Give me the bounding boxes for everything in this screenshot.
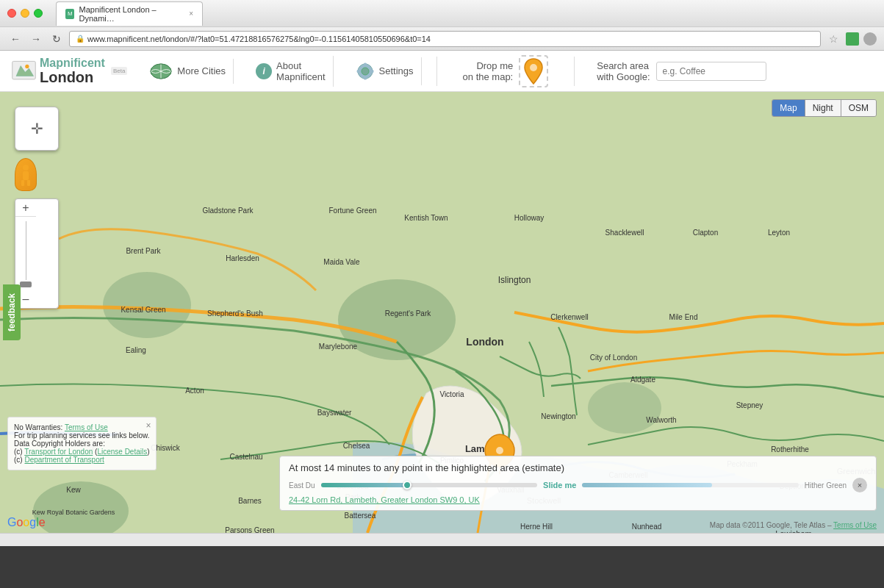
svg-text:Maida Vale: Maida Vale xyxy=(323,258,360,266)
svg-point-7 xyxy=(363,62,367,66)
warning-line-1: No Warranties: Terms of Use xyxy=(14,423,150,431)
license-details-link[interactable]: License Details xyxy=(97,448,147,456)
settings-label: Settings xyxy=(379,65,414,76)
drop-me-label: Drop me on the map: xyxy=(463,60,514,82)
warnings-close-button[interactable]: × xyxy=(146,420,151,431)
svg-text:Clapton: Clapton xyxy=(693,229,718,237)
map-pin-drop[interactable] xyxy=(519,55,548,87)
slider-label-left: East Du xyxy=(289,481,315,490)
svg-text:City of London: City of London xyxy=(590,354,638,362)
attribution-link[interactable]: Terms of Use xyxy=(833,521,877,529)
url-text: www.mapnificent.net/london/#/?lat0=51.47… xyxy=(87,35,431,43)
g-blue: G xyxy=(7,516,16,528)
browser-toolbar: ← → ↻ 🔒 www.mapnificent.net/london/#/?la… xyxy=(0,26,884,50)
browser-tab[interactable]: M Mapnificent London – Dynami… × xyxy=(56,1,203,26)
address-bar[interactable]: 🔒 www.mapnificent.net/london/#/?lat0=51.… xyxy=(69,31,821,47)
tab-favicon: M xyxy=(65,9,74,19)
settings-nav[interactable]: Settings xyxy=(348,57,422,85)
svg-text:Rotherhithe: Rotherhithe xyxy=(771,445,809,453)
time-slider-fill xyxy=(321,483,408,487)
map-type-buttons: Map Night OSM xyxy=(772,99,877,117)
info-icon: i xyxy=(256,63,272,79)
street-view-person[interactable] xyxy=(15,158,37,191)
svg-point-76 xyxy=(23,165,29,171)
time-slider[interactable] xyxy=(321,483,537,487)
warning-line-4: (c) Transport for London (License Detail… xyxy=(14,448,150,456)
svg-text:Kew: Kew xyxy=(66,486,81,494)
header-divider-2 xyxy=(574,57,575,86)
svg-point-14 xyxy=(103,272,191,338)
profile-icon[interactable] xyxy=(863,32,877,46)
address-text[interactable]: 24-42 Lorn Rd, Lambeth, Greater London S… xyxy=(289,495,867,504)
dept-transport-link[interactable]: Department of Transport xyxy=(24,456,104,464)
time-slider-handle[interactable] xyxy=(403,481,412,490)
zoom-thumb[interactable] xyxy=(20,282,32,287)
svg-text:Bayswater: Bayswater xyxy=(317,409,352,417)
time-slider-row: East Du Slide me Hither Green × xyxy=(289,478,867,492)
search-area-input[interactable] xyxy=(656,62,766,81)
svg-text:Kew Royal Botanic Gardens: Kew Royal Botanic Gardens xyxy=(32,509,115,516)
time-info-text: At most 14 minutes to any point in the h… xyxy=(289,462,867,473)
browser-chrome: M Mapnificent London – Dynami… × ← → ↻ 🔒… xyxy=(0,0,884,51)
back-button[interactable]: ← xyxy=(7,31,24,47)
close-window-button[interactable] xyxy=(7,9,16,18)
about-nav[interactable]: i About Mapnificent xyxy=(248,56,333,87)
minimize-window-button[interactable] xyxy=(21,9,29,18)
zoom-slider[interactable] xyxy=(15,217,36,290)
drop-me-section: Drop me on the map: xyxy=(452,55,560,87)
browser-tabs: M Mapnificent London – Dynami… × xyxy=(56,1,877,26)
tfl-link[interactable]: Transport for London xyxy=(24,448,93,456)
svg-point-6 xyxy=(362,68,369,75)
zoom-control: + – xyxy=(15,198,59,309)
svg-point-15 xyxy=(588,382,661,434)
map-type-osm-button[interactable]: OSM xyxy=(841,100,876,116)
svg-text:Stepney: Stepney xyxy=(736,401,763,409)
more-cities-nav[interactable]: More Cities xyxy=(142,59,234,84)
svg-text:Holloway: Holloway xyxy=(514,214,545,222)
map-attribution: Map data ©2011 Google, Tele Atlas – Term… xyxy=(710,521,877,529)
zoom-in-button[interactable]: + xyxy=(15,199,36,217)
map-type-night-button[interactable]: Night xyxy=(805,100,841,116)
zoom-track xyxy=(26,221,26,280)
svg-point-11 xyxy=(530,64,537,71)
logo-area: Mapnificent London Beta xyxy=(11,57,127,86)
refresh-button[interactable]: ↻ xyxy=(48,31,65,47)
forward-button[interactable]: → xyxy=(28,31,44,47)
app-header: Mapnificent London Beta More Cities i Ab… xyxy=(0,51,884,92)
nav-arrows-icon: ✛ xyxy=(31,120,43,137)
svg-text:Acton: Acton xyxy=(185,387,204,395)
extension-icon[interactable] xyxy=(846,32,859,46)
svg-text:Battersea: Battersea xyxy=(345,512,376,520)
logo-beta: Beta xyxy=(111,67,127,75)
svg-text:Shepherd's Bush: Shepherd's Bush xyxy=(207,309,263,318)
svg-text:Walworth: Walworth xyxy=(646,416,676,424)
browser-dots xyxy=(7,9,43,18)
terms-of-use-link[interactable]: Terms of Use xyxy=(65,423,108,431)
search-area-label: Search area with Google: xyxy=(597,60,650,82)
time-info-box: At most 14 minutes to any point in the h… xyxy=(279,456,877,511)
time-slider-2[interactable] xyxy=(582,483,798,487)
bookmark-button[interactable]: ☆ xyxy=(825,31,841,47)
svg-text:Harlesden: Harlesden xyxy=(226,254,259,262)
warning-line-2: For trip planning services see links bel… xyxy=(14,431,150,440)
map-type-map-button[interactable]: Map xyxy=(772,100,805,116)
maximize-window-button[interactable] xyxy=(34,9,43,18)
svg-rect-77 xyxy=(23,171,29,180)
google-logo: Google xyxy=(7,516,46,529)
navigation-control[interactable]: ✛ xyxy=(15,107,59,151)
svg-text:Clerkenwell: Clerkenwell xyxy=(550,313,589,321)
g-blue-2: g xyxy=(29,516,36,528)
browser-titlebar: M Mapnificent London – Dynami… × xyxy=(0,0,884,26)
time-info-close-button[interactable]: × xyxy=(852,478,867,492)
settings-icon xyxy=(356,62,375,81)
globe-icon xyxy=(149,63,173,79)
map-controls: ✛ + – xyxy=(15,107,59,309)
svg-point-9 xyxy=(356,69,360,73)
feedback-tab[interactable]: feedback xyxy=(3,284,21,340)
svg-text:Leyton: Leyton xyxy=(768,229,790,237)
map-container[interactable]: London Lambeth Islington Gladstone Park … xyxy=(0,92,884,533)
svg-text:Regent's Park: Regent's Park xyxy=(385,309,431,318)
svg-text:Mile End: Mile End xyxy=(669,313,698,321)
tab-close-button[interactable]: × xyxy=(189,10,193,18)
svg-text:Fortune Green: Fortune Green xyxy=(328,207,376,215)
